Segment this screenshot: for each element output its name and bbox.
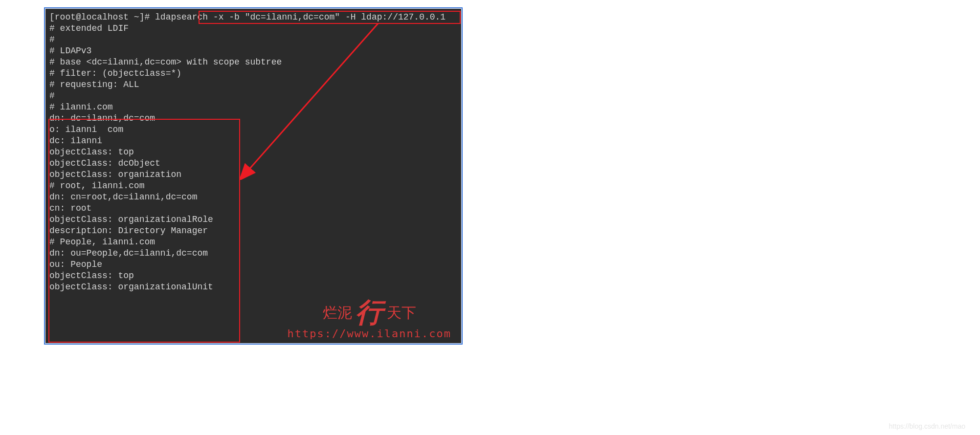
prompt-line: [root@localhost ~]# ldapsearch -x -b "dc… (49, 12, 457, 23)
ldif-result-line-10: cn: root (49, 203, 457, 214)
ldif-header-line-4: # filter: (objectclass=*) (49, 68, 457, 79)
terminal-screen[interactable]: [root@localhost ~]# ldapsearch -x -b "dc… (45, 9, 461, 343)
ldif-header-line-5: # requesting: ALL (49, 79, 457, 90)
watermark-text-right: 天下 (387, 304, 416, 321)
ldif-result-line-0: # ilanni.com (49, 102, 457, 113)
ldif-header-line-2: # LDAPv3 (49, 45, 457, 57)
ldif-header-line-1: # (49, 34, 457, 45)
ldif-result-line-4: objectClass: top (49, 147, 457, 158)
ldif-result-line-3: dc: ilanni (49, 135, 457, 147)
terminal-window: [root@localhost ~]# ldapsearch -x -b "dc… (44, 7, 463, 345)
ldif-result-line-6: objectClass: organization (49, 169, 457, 180)
ldif-header-line-0: # extended LDIF (49, 23, 457, 34)
ldif-result-line-2: o: ilanni com (49, 124, 457, 135)
ldif-header-line-3: # base <dc=ilanni,dc=com> with scope sub… (49, 57, 457, 68)
ldif-result-line-18: objectClass: organizationalUnit (49, 282, 457, 293)
shell-command: ldapsearch -x -b "dc=ilanni,dc=com" -H l… (155, 12, 445, 22)
ldif-result-line-15: dn: ou=People,dc=ilanni,dc=com (49, 248, 457, 259)
ldif-result-line-5: objectClass: dcObject (49, 158, 457, 169)
ldif-result-line-1: dn: dc=ilanni,dc=com (49, 113, 457, 124)
ldif-result-line-14: # People, ilanni.com (49, 237, 457, 248)
watermark-text-center: 行 (356, 297, 383, 327)
ldif-result-line-16: ou: People (49, 259, 457, 270)
ldif-result-line-8: # root, ilanni.com (49, 180, 457, 192)
watermark-url: https://www.ilanni.com (288, 328, 451, 339)
csdn-watermark: https://blog.csdn.net/mao (889, 422, 965, 430)
shell-prompt: [root@localhost ~]# (49, 12, 155, 22)
ldif-header-line-6: # (49, 90, 457, 102)
ldif-result-line-9: dn: cn=root,dc=ilanni,dc=com (49, 192, 457, 203)
ldif-result-line-11: objectClass: organizationalRole (49, 214, 457, 225)
watermark-text-left: 烂泥 (323, 304, 352, 321)
ldif-result-line-12: description: Directory Manager (49, 225, 457, 237)
blog-watermark: 烂泥 行 天下 https://www.ilanni.com (288, 299, 451, 339)
ldif-result-line-17: objectClass: top (49, 270, 457, 282)
